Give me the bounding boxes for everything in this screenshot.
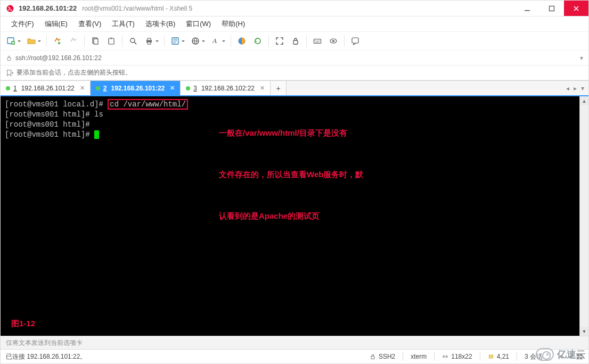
new-session-button[interactable] [4,34,23,48]
status-connection: 已连接 192.168.26.101:22。 [6,352,86,361]
address-dropdown-icon[interactable]: ▾ [580,54,583,62]
watermark: 亿速云 [536,348,586,361]
tab-nav: ◂ ▸ ▾ [562,81,588,95]
toolbar: A [1,31,588,51]
menu-window[interactable]: 窗口(W) [181,17,216,31]
terminal[interactable]: [root@vms001 local.d]# cd /var/www/html/… [1,96,579,336]
status-dot-icon [96,86,100,90]
menu-file[interactable]: 文件(F) [6,17,39,31]
close-button[interactable] [564,1,588,16]
window-subtitle: root@vms001:/var/www/html - Xshell 5 [82,5,192,12]
fullscreen-button[interactable] [272,34,287,48]
maximize-button[interactable] [539,1,564,16]
term-line: [root@vms001 html]# [5,130,94,139]
compose-placeholder: 仅将文本发送到当前选项卡 [6,339,83,346]
status-bar: 已连接 192.168.26.101:22。 SSH2 xterm 118x22… [1,350,588,363]
toolbar-separator [344,35,345,47]
hint-text: 要添加当前会话，点击左侧的箭头按钮。 [17,68,132,77]
color-scheme-button[interactable] [234,34,249,48]
svg-rect-1 [525,10,530,11]
tab-close-icon[interactable]: ✕ [170,85,175,92]
hint-bar: 要添加当前会话，点击左侧的箭头按钮。 [1,65,588,80]
svg-rect-27 [492,354,493,359]
annotation-text: 一般在/var/www/html/目录下是没有 文件存在的，所以当查看Web服务… [219,98,363,251]
open-session-button[interactable] [24,34,43,48]
term-line: [root@vms001 html]# [5,120,90,129]
tab-session-1[interactable]: 1 192.168.26.101:22 ✕ [1,81,91,95]
svg-rect-7 [94,39,98,44]
term-prompt: [root@vms001 local.d]# [5,100,103,109]
toolbar-separator [306,35,307,47]
find-button[interactable] [126,34,141,48]
status-dot-icon [6,86,10,90]
tab-label: 192.168.26.102:22 [201,85,255,92]
svg-rect-8 [109,38,114,44]
tab-session-3[interactable]: 3 192.168.26.102:22 ✕ [181,81,271,95]
toolbar-separator [46,35,47,47]
menu-tab[interactable]: 选项卡(B) [140,17,181,31]
new-tab-button[interactable]: + [271,81,287,95]
status-termsize: 118x22 [451,353,472,360]
svg-point-10 [130,38,135,43]
term-highlighted-command: cd /var/www/html/ [108,99,188,110]
term-line: [root@vms001 html]# ls [5,110,103,119]
status-protocol: SSH2 [379,353,395,360]
menu-tools[interactable]: 工具(T) [107,17,140,31]
lock-button[interactable] [288,34,303,48]
print-button[interactable] [142,34,161,48]
svg-rect-9 [110,38,112,39]
font-button[interactable]: A [208,34,227,48]
status-cursor-pos: 4,21 [497,353,509,360]
tab-session-2[interactable]: 2 192.168.26.101:22 ✕ [91,81,181,95]
tab-label: 192.168.26.101:22 [111,85,165,92]
svg-rect-23 [7,57,11,60]
compose-bar[interactable]: 仅将文本发送到当前选项卡 [1,336,588,350]
paste-button[interactable] [104,34,119,48]
tab-list-icon[interactable]: ▾ [581,85,584,92]
svg-rect-24 [371,356,374,359]
tunnel-button[interactable] [326,34,341,48]
svg-rect-22 [352,38,358,43]
window-title: 192.168.26.101:22 [19,4,77,12]
address-url: ssh://root@192.168.26.101:22 [15,54,102,62]
menubar: 文件(F) 编辑(E) 查看(V) 工具(T) 选项卡(B) 窗口(W) 帮助(… [1,16,588,31]
toolbar-separator [231,35,231,47]
toolbar-separator [84,35,85,47]
tab-next-icon[interactable]: ▸ [574,85,577,92]
properties-button[interactable] [168,34,187,48]
help-button[interactable] [348,34,363,48]
tab-number: 1 [13,85,17,92]
tab-number: 3 [193,85,197,92]
refresh-button[interactable] [250,34,265,48]
disconnect-button[interactable] [66,34,81,48]
bookmark-arrow-icon[interactable] [6,69,13,77]
language-button[interactable] [188,34,207,48]
tab-close-icon[interactable]: ✕ [260,85,265,92]
tab-prev-icon[interactable]: ◂ [566,85,569,92]
status-termtype: xterm [411,353,427,360]
svg-rect-13 [148,42,151,44]
menu-edit[interactable]: 编辑(E) [39,17,73,31]
lock-icon [370,353,376,360]
terminal-viewport: [root@vms001 local.d]# cd /var/www/html/… [1,96,588,336]
vertical-scrollbar[interactable]: ▲ ▼ [579,96,588,336]
scroll-down-icon[interactable]: ▼ [580,327,588,336]
menu-help[interactable]: 帮助(H) [216,17,250,31]
scroll-track[interactable] [580,105,588,327]
menu-view[interactable]: 查看(V) [73,17,107,31]
scroll-up-icon[interactable]: ▲ [580,96,588,105]
app-icon [6,4,14,13]
keyboard-button[interactable] [310,34,325,48]
figure-label: 图1-12 [11,317,35,330]
svg-rect-19 [314,39,321,44]
reconnect-button[interactable] [50,34,65,48]
copy-button[interactable] [88,34,103,48]
svg-text:A: A [212,37,217,45]
lock-icon [6,55,12,61]
status-dot-icon [186,86,190,90]
tab-close-icon[interactable]: ✕ [80,85,85,92]
titlebar: 192.168.26.101:22 root@vms001:/var/www/h… [1,1,588,16]
minimize-button[interactable] [515,1,539,16]
address-bar[interactable]: ssh://root@192.168.26.101:22 ▾ [1,51,588,65]
tab-label: 192.168.26.101:22 [21,85,75,92]
